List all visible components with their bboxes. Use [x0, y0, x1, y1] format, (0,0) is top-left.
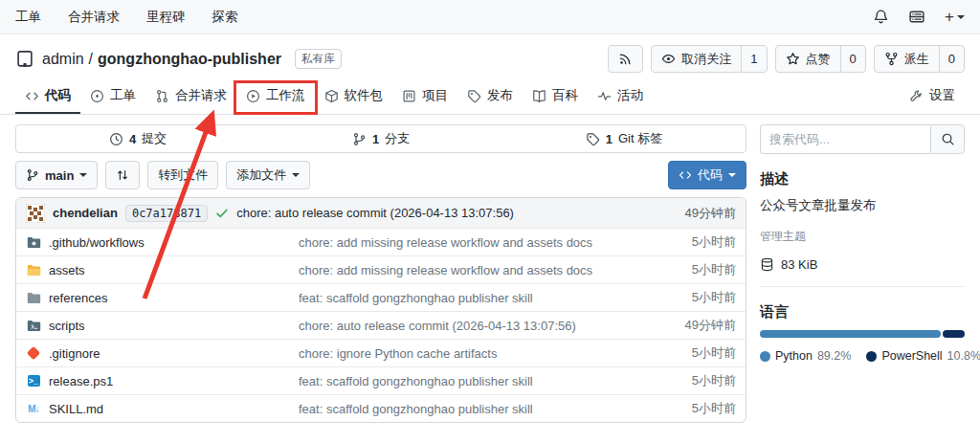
- legend-python: Python 89.2%: [760, 349, 851, 363]
- goto-file-button[interactable]: 转到文件: [147, 161, 218, 189]
- user-avatar-icon[interactable]: [908, 9, 925, 25]
- tab-wiki[interactable]: 百科: [523, 79, 588, 114]
- tags-stat[interactable]: 1Git 标签: [502, 125, 746, 152]
- folder-scripts-icon: [26, 318, 41, 333]
- nav-milestones[interactable]: 里程碑: [146, 9, 186, 26]
- commit-message-link[interactable]: chore: auto release commit (2026-04-13 1…: [236, 206, 677, 220]
- check-success-icon[interactable]: [215, 207, 229, 220]
- languages-heading: 语言: [760, 303, 965, 321]
- compare-branches-button[interactable]: [105, 161, 140, 189]
- file-commit-message[interactable]: feat: scaffold gongzhonghao publisher sk…: [299, 374, 640, 388]
- code-toolbar: main 转到文件 添加文件 代码: [15, 161, 746, 189]
- tab-settings[interactable]: 设置: [900, 79, 965, 114]
- description-heading: 描述: [760, 170, 965, 188]
- tab-releases[interactable]: 发布: [457, 79, 523, 114]
- file-name[interactable]: release.ps1: [49, 374, 113, 388]
- file-row[interactable]: .gitignore chore: ignore Python cache ar…: [16, 339, 746, 366]
- latest-commit-row: chendelian 0c7a178871 chore: auto releas…: [16, 198, 746, 228]
- branch-selector-button[interactable]: main: [15, 161, 98, 189]
- tab-actions-workflow[interactable]: 工作流: [236, 79, 315, 114]
- language-bar-powershell: [943, 330, 965, 338]
- repo-owner-link[interactable]: admin: [42, 51, 84, 68]
- file-commit-message[interactable]: chore: add missing release workflow and …: [299, 263, 640, 277]
- repo-description: 公众号文章批量发布: [760, 197, 965, 214]
- file-commit-time: 49分钟前: [640, 317, 736, 334]
- git-icon: [26, 345, 41, 361]
- language-legend: Python 89.2% PowerShell 10.8%: [760, 349, 965, 363]
- file-commit-message[interactable]: feat: scaffold gongzhonghao publisher sk…: [299, 291, 640, 305]
- code-search: [760, 124, 965, 154]
- markdown-icon: M↓: [26, 401, 41, 416]
- chevron-down-icon: [728, 173, 736, 177]
- file-name[interactable]: assets: [49, 263, 85, 277]
- commit-time: 49分钟前: [685, 205, 736, 222]
- create-new-dropdown[interactable]: +: [945, 9, 965, 25]
- fork-button[interactable]: 派生 0: [874, 45, 965, 73]
- issue-icon: [90, 89, 104, 103]
- code-download-button[interactable]: 代码: [668, 161, 746, 189]
- eye-icon: [661, 52, 676, 66]
- file-table: chendelian 0c7a178871 chore: auto releas…: [15, 197, 746, 423]
- commit-author[interactable]: chendelian: [53, 206, 118, 220]
- star-icon: [786, 52, 800, 66]
- file-commit-message[interactable]: chore: add missing release workflow and …: [299, 235, 640, 250]
- file-commit-message[interactable]: chore: ignore Python cache artifacts: [299, 346, 640, 361]
- repo-name-link[interactable]: gongzhonghao-publisher: [98, 51, 281, 68]
- history-clock-icon: [109, 132, 123, 146]
- file-name[interactable]: .gitignore: [49, 346, 100, 361]
- plus-icon: +: [945, 9, 954, 25]
- code-icon: [25, 89, 39, 103]
- fork-icon: [884, 52, 899, 66]
- nav-explore[interactable]: 探索: [212, 9, 238, 26]
- nav-pull-requests[interactable]: 合并请求: [68, 9, 120, 26]
- rss-feed-button[interactable]: [608, 45, 643, 73]
- code-icon: [679, 168, 692, 182]
- tab-projects[interactable]: 项目: [392, 79, 457, 114]
- branches-stat[interactable]: 1分支: [259, 125, 502, 152]
- pull-request-icon: [155, 89, 169, 103]
- tab-code[interactable]: 代码: [15, 79, 80, 114]
- file-row[interactable]: >_release.ps1 feat: scaffold gongzhongha…: [16, 366, 746, 394]
- file-row[interactable]: scripts chore: auto release commit (2026…: [16, 311, 746, 339]
- repo-title: admin / gongzhonghao-publisher: [42, 51, 281, 68]
- notifications-bell-icon[interactable]: [873, 9, 889, 25]
- file-commit-time: 5小时前: [640, 233, 736, 251]
- file-commit-message[interactable]: chore: auto release commit (2026-04-13 1…: [299, 319, 640, 333]
- star-count: 0: [840, 46, 865, 72]
- chevron-down-icon: [292, 173, 300, 177]
- commits-stat[interactable]: 4提交: [16, 125, 259, 152]
- file-row[interactable]: assets chore: add missing release workfl…: [16, 255, 746, 283]
- file-row[interactable]: .github/workflows chore: add missing rel…: [16, 228, 746, 255]
- powershell-dot-icon: [866, 351, 877, 362]
- file-row[interactable]: M↓SKILL.md feat: scaffold gongzhonghao p…: [16, 394, 746, 422]
- unwatch-button[interactable]: 取消关注 1: [651, 45, 767, 73]
- tab-packages[interactable]: 软件包: [315, 79, 393, 114]
- nav-issues[interactable]: 工单: [15, 9, 41, 26]
- file-commit-time: 5小时前: [640, 344, 736, 362]
- language-bar: [760, 330, 965, 338]
- file-name[interactable]: references: [49, 291, 107, 305]
- file-commit-message[interactable]: feat: scaffold gongzhonghao publisher sk…: [299, 402, 640, 416]
- commit-hash[interactable]: 0c7a178871: [125, 205, 208, 222]
- file-name[interactable]: SKILL.md: [49, 402, 103, 416]
- legend-powershell: PowerShell 10.8%: [866, 349, 980, 363]
- repo-header: admin / gongzhonghao-publisher 私有库 取消关注 …: [0, 34, 980, 79]
- file-row[interactable]: references feat: scaffold gongzhonghao p…: [16, 283, 746, 311]
- folder-github-icon: [26, 234, 41, 250]
- search-input[interactable]: [760, 124, 930, 154]
- repo-tabbar: 代码 工单 合并请求 工作流 软件包 项目 发布 百科 活动 设置: [0, 79, 980, 115]
- repo-size: 83 KiB: [760, 257, 965, 272]
- repo-stats-bar: 4提交 1分支 1Git 标签: [15, 124, 746, 153]
- manage-topics-link[interactable]: 管理主题: [760, 229, 965, 245]
- tab-activity[interactable]: 活动: [588, 79, 653, 114]
- tab-pull-requests[interactable]: 合并请求: [145, 79, 236, 114]
- search-button[interactable]: [930, 124, 965, 154]
- tab-issues[interactable]: 工单: [80, 79, 145, 114]
- avatar[interactable]: [26, 204, 45, 223]
- file-name[interactable]: .github/workflows: [49, 235, 145, 250]
- powershell-icon: >_: [26, 373, 41, 388]
- star-button[interactable]: 点赞 0: [775, 45, 866, 73]
- file-name[interactable]: scripts: [49, 319, 85, 333]
- add-file-button[interactable]: 添加文件: [226, 161, 310, 189]
- file-commit-time: 5小时前: [640, 400, 736, 417]
